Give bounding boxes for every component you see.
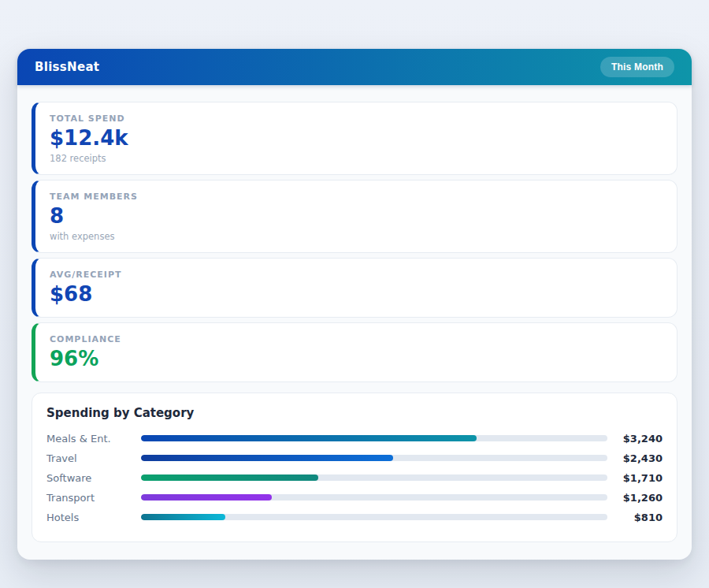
bar-fill xyxy=(141,514,225,520)
app-header: BlissNeat This Month xyxy=(17,49,692,85)
stat-label: TOTAL SPEND xyxy=(50,114,663,124)
bar-track xyxy=(141,494,607,501)
stat-sub: 182 receipts xyxy=(50,153,663,164)
category-value: $1,260 xyxy=(607,492,663,504)
category-label: Travel xyxy=(46,452,141,464)
stat-label: COMPLIANCE xyxy=(50,334,663,344)
stat-sub: with expenses xyxy=(50,231,663,242)
category-label: Software xyxy=(46,472,141,484)
stat-value: $12.4k xyxy=(50,127,663,151)
stat-value: $68 xyxy=(50,283,663,307)
stat-label: AVG/RECEIPT xyxy=(50,270,663,280)
category-value: $1,710 xyxy=(607,472,663,484)
stat-label: TEAM MEMBERS xyxy=(50,192,663,202)
category-value: $3,240 xyxy=(607,433,663,445)
chart-row: Software$1,710 xyxy=(46,468,663,488)
bar-fill xyxy=(141,494,272,501)
category-label: Transport xyxy=(46,492,141,504)
stat-card: TOTAL SPEND $12.4k 182 receipts xyxy=(32,102,677,175)
category-value: $2,430 xyxy=(607,452,663,464)
stat-value: 8 xyxy=(50,205,663,229)
chart-row: Transport$1,260 xyxy=(46,488,663,508)
stat-card: AVG/RECEIPT $68 xyxy=(32,258,677,318)
chart-row: Hotels$810 xyxy=(46,508,663,527)
stat-value: 96% xyxy=(50,348,663,371)
bar-track xyxy=(141,474,607,481)
bar-track xyxy=(141,455,607,461)
chart-row: Travel$2,430 xyxy=(46,448,663,468)
stat-card: COMPLIANCE 96% xyxy=(32,322,677,382)
bar-track xyxy=(141,435,607,441)
bar-track xyxy=(141,514,607,520)
stat-card: TEAM MEMBERS 8 with expenses xyxy=(32,180,677,253)
dashboard-content: TOTAL SPEND $12.4k 182 receipts TEAM MEM… xyxy=(17,85,692,560)
bar-fill xyxy=(141,455,393,461)
category-label: Meals & Ent. xyxy=(46,433,141,445)
chart-rows: Meals & Ent.$3,240Travel$2,430Software$1… xyxy=(46,429,663,527)
spending-by-category-chart: Spending by Category Meals & Ent.$3,240T… xyxy=(32,393,677,542)
app-title: BlissNeat xyxy=(35,60,99,74)
chart-title: Spending by Category xyxy=(46,406,663,420)
chart-row: Meals & Ent.$3,240 xyxy=(46,429,663,448)
period-badge[interactable]: This Month xyxy=(600,57,674,77)
dashboard-panel: BlissNeat This Month TOTAL SPEND $12.4k … xyxy=(17,49,692,560)
category-value: $810 xyxy=(607,512,663,523)
bar-fill xyxy=(141,435,477,441)
category-label: Hotels xyxy=(46,512,141,523)
bar-fill xyxy=(141,474,318,481)
